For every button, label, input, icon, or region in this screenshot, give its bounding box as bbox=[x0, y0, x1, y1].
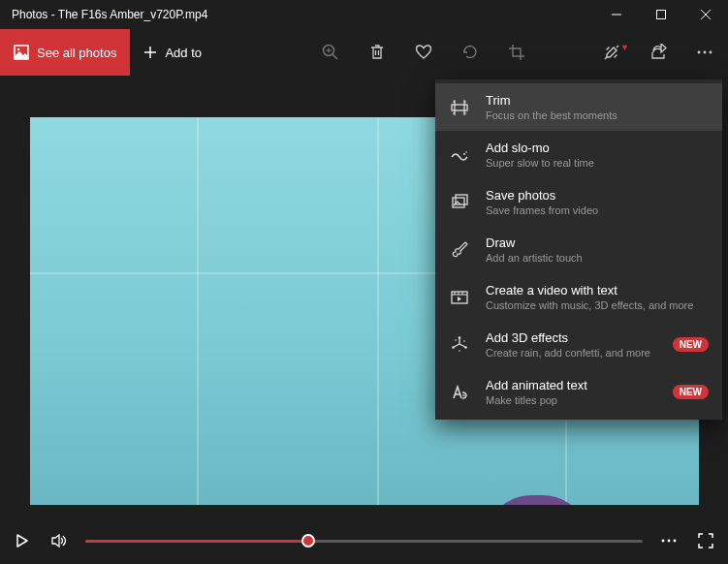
zoom-icon bbox=[322, 44, 339, 61]
dropdown-item-draw[interactable]: DrawAdd an artistic touch bbox=[435, 226, 722, 273]
svg-point-5 bbox=[17, 48, 20, 51]
dropdown-item-create-video[interactable]: Create a video with textCustomize with m… bbox=[435, 273, 722, 321]
zoom-button[interactable] bbox=[307, 29, 354, 76]
dropdown-item-subtitle: Add an artistic touch bbox=[486, 252, 709, 264]
player-more-button[interactable] bbox=[658, 530, 680, 551]
svg-point-14 bbox=[710, 51, 712, 54]
svg-point-35 bbox=[668, 540, 671, 543]
player-bar bbox=[0, 517, 728, 564]
dropdown-item-3d-effects[interactable]: Add 3D effectsCreate rain, add confetti,… bbox=[435, 321, 722, 368]
crop-button[interactable] bbox=[493, 29, 540, 76]
titlebar: Photos - The F16s Amber_v720P.mp4 bbox=[0, 0, 728, 29]
dropdown-item-title: Create a video with text bbox=[486, 283, 709, 298]
dropdown-item-animated-text[interactable]: Add animated textMake titles pop NEW bbox=[435, 368, 722, 416]
dropdown-item-title: Draw bbox=[486, 235, 709, 250]
dropdown-item-subtitle: Focus on the best moments bbox=[486, 110, 709, 121]
more-icon bbox=[696, 44, 713, 61]
save-photos-icon bbox=[449, 192, 470, 213]
dropdown-item-save-photos[interactable]: Save photosSave frames from video bbox=[435, 178, 722, 226]
dropdown-item-title: Add slo-mo bbox=[486, 141, 709, 155]
crop-icon bbox=[508, 44, 525, 61]
svg-point-31 bbox=[463, 340, 465, 342]
new-badge: NEW bbox=[673, 337, 709, 352]
create-video-icon bbox=[449, 287, 470, 308]
progress-thumb[interactable] bbox=[301, 534, 315, 548]
see-all-photos-label: See all photos bbox=[37, 46, 116, 60]
progress-fill bbox=[85, 540, 308, 543]
add-to-button[interactable]: Add to bbox=[130, 29, 215, 76]
share-icon bbox=[649, 44, 667, 61]
svg-point-18 bbox=[463, 153, 465, 155]
chevron-down-icon: ▼ bbox=[620, 43, 629, 52]
dropdown-item-title: Trim bbox=[486, 93, 709, 108]
fullscreen-button[interactable] bbox=[695, 530, 716, 551]
toolbar-icons: ▼ bbox=[307, 29, 728, 76]
edit-create-dropdown: TrimFocus on the best moments Add slo-mo… bbox=[435, 79, 722, 420]
toolbar: See all photos Add to ▼ bbox=[0, 29, 728, 76]
svg-point-28 bbox=[452, 346, 455, 349]
dropdown-item-title: Add animated text bbox=[486, 378, 657, 392]
dropdown-item-subtitle: Save frames from video bbox=[486, 204, 709, 216]
plus-icon bbox=[143, 46, 157, 59]
minimize-button[interactable] bbox=[594, 0, 639, 29]
window-controls bbox=[594, 0, 728, 29]
svg-point-32 bbox=[459, 350, 460, 352]
svg-point-27 bbox=[459, 336, 461, 339]
close-button[interactable] bbox=[683, 0, 728, 29]
dropdown-item-title: Save photos bbox=[486, 188, 709, 203]
svg-rect-1 bbox=[657, 11, 666, 19]
delete-button[interactable] bbox=[354, 29, 400, 76]
svg-point-13 bbox=[704, 51, 707, 54]
dropdown-item-trim[interactable]: TrimFocus on the best moments bbox=[435, 83, 722, 131]
add-to-label: Add to bbox=[165, 46, 202, 60]
trash-icon bbox=[368, 44, 386, 61]
svg-line-9 bbox=[332, 54, 337, 59]
dropdown-item-title: Add 3D effects bbox=[486, 330, 657, 345]
svg-point-29 bbox=[464, 346, 467, 349]
svg-rect-22 bbox=[452, 292, 467, 303]
svg-point-19 bbox=[465, 151, 467, 153]
more-button[interactable] bbox=[681, 29, 728, 76]
slomo-icon bbox=[449, 144, 470, 166]
edit-icon bbox=[603, 44, 620, 61]
svg-point-12 bbox=[698, 51, 701, 54]
animated-text-icon bbox=[449, 382, 470, 403]
rotate-icon bbox=[461, 44, 479, 61]
svg-point-30 bbox=[455, 339, 457, 341]
dropdown-item-subtitle: Create rain, add confetti, and more bbox=[486, 347, 657, 359]
3d-effects-icon bbox=[449, 334, 470, 356]
dropdown-item-subtitle: Make titles pop bbox=[486, 394, 657, 406]
play-button[interactable] bbox=[12, 530, 33, 551]
volume-button[interactable] bbox=[48, 530, 70, 551]
dropdown-item-slomo[interactable]: Add slo-moSuper slow to real time bbox=[435, 131, 722, 178]
new-badge: NEW bbox=[673, 385, 709, 399]
window-title: Photos - The F16s Amber_v720P.mp4 bbox=[0, 8, 594, 21]
progress-bar[interactable] bbox=[85, 540, 643, 543]
edit-create-button[interactable]: ▼ bbox=[588, 29, 635, 76]
trim-icon bbox=[449, 97, 470, 118]
dropdown-item-subtitle: Super slow to real time bbox=[486, 157, 709, 169]
draw-icon bbox=[449, 239, 470, 261]
svg-point-34 bbox=[662, 540, 665, 543]
rotate-button[interactable] bbox=[447, 29, 493, 76]
svg-point-36 bbox=[674, 540, 677, 543]
gallery-icon bbox=[14, 45, 29, 60]
svg-rect-21 bbox=[456, 195, 467, 204]
favorite-button[interactable] bbox=[400, 29, 447, 76]
maximize-button[interactable] bbox=[639, 0, 683, 29]
see-all-photos-button[interactable]: See all photos bbox=[0, 29, 130, 76]
share-button[interactable] bbox=[635, 29, 681, 76]
heart-icon bbox=[415, 44, 432, 61]
dropdown-item-subtitle: Customize with music, 3D effects, and mo… bbox=[486, 299, 709, 311]
